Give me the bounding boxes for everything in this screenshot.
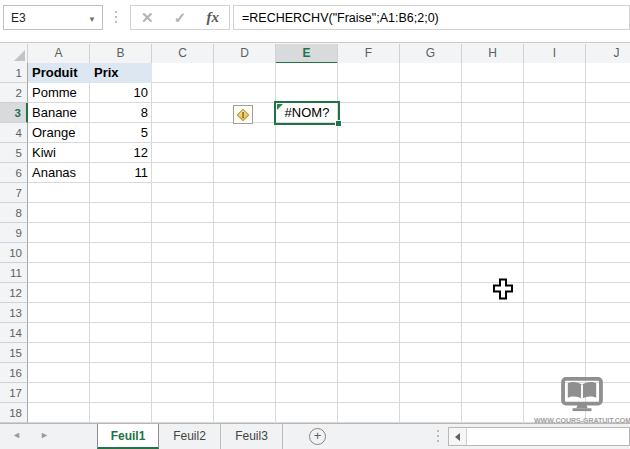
column-header-a[interactable]: A (28, 44, 90, 63)
cell-a1[interactable]: Produit (28, 63, 90, 83)
sheet-tab-bar: ◄ ► Feuil1Feuil2Feuil3 + (0, 423, 630, 449)
row-header-5[interactable]: 5 (0, 143, 28, 163)
horizontal-scrollbar[interactable] (448, 427, 630, 446)
cell-a3[interactable]: Banane (28, 103, 90, 123)
row-header-2[interactable]: 2 (0, 83, 28, 103)
row-header-11[interactable]: 11 (0, 263, 28, 283)
cell-a4[interactable]: Orange (28, 123, 90, 143)
excel-window: E3 ▼ ✕ ✓ fx =RECHERCHV("Fraise";A1:B6;2;… (0, 0, 630, 449)
cell-a6[interactable]: Ananas (28, 163, 90, 183)
scroll-left-icon (455, 433, 460, 441)
row-header-17[interactable]: 17 (0, 383, 28, 403)
cell-cursor-icon (493, 278, 513, 300)
cell-b5[interactable]: 12 (90, 143, 152, 163)
watermark-text: WWW.COURS-GRATUIT.COM (534, 417, 630, 424)
row-header-4[interactable]: 4 (0, 123, 28, 143)
row-header-10[interactable]: 10 (0, 243, 28, 263)
error-indicator-triangle-icon (277, 104, 283, 110)
row-header-7[interactable]: 7 (0, 183, 28, 203)
sheet-nav-left-icon[interactable]: ◄ (12, 430, 21, 440)
tab-feuil3[interactable]: Feuil3 (221, 424, 283, 449)
book-monitor-logo-icon (559, 377, 605, 413)
row-header-6[interactable]: 6 (0, 163, 28, 183)
new-sheet-button[interactable]: + (309, 428, 326, 445)
scroll-left-button[interactable] (449, 428, 467, 445)
row-header-15[interactable]: 15 (0, 343, 28, 363)
cell-b6[interactable]: 11 (90, 163, 152, 183)
cancel-icon[interactable]: ✕ (141, 9, 154, 27)
row-header-9[interactable]: 9 (0, 223, 28, 243)
row-header-3[interactable]: 3 (0, 103, 28, 123)
formula-input[interactable]: =RECHERCHV("Fraise";A1:B6;2;0) (233, 5, 630, 30)
tab-feuil2[interactable]: Feuil2 (159, 424, 221, 449)
column-header-j[interactable]: J (586, 44, 630, 63)
fill-handle[interactable] (335, 120, 342, 127)
row-header-12[interactable]: 12 (0, 283, 28, 303)
formula-bar: E3 ▼ ✕ ✓ fx =RECHERCHV("Fraise";A1:B6;2;… (0, 0, 630, 42)
row-header-8[interactable]: 8 (0, 203, 28, 223)
select-all-corner[interactable] (0, 44, 28, 63)
insert-function-icon[interactable]: fx (206, 9, 219, 26)
column-header-i[interactable]: I (524, 44, 586, 63)
corner-triangle-icon (14, 50, 25, 61)
tab-feuil1[interactable]: Feuil1 (97, 424, 159, 449)
column-header-f[interactable]: F (338, 44, 400, 63)
row-header-1[interactable]: 1 (0, 63, 28, 83)
name-box[interactable]: E3 ▼ (3, 5, 103, 30)
watermark: WWW.COURS-GRATUIT.COM (534, 377, 630, 424)
column-header-b[interactable]: B (90, 44, 152, 63)
cell-a2[interactable]: Pomme (28, 83, 90, 103)
column-header-d[interactable]: D (214, 44, 276, 63)
chevron-down-icon[interactable]: ▼ (88, 14, 96, 23)
selection-box (274, 101, 340, 125)
row-header-column: 123456789101112131415161718 (0, 63, 28, 423)
column-header-g[interactable]: G (400, 44, 462, 63)
formula-bar-handle (115, 11, 117, 23)
cell-b2[interactable]: 10 (90, 83, 152, 103)
formula-buttons: ✕ ✓ fx (130, 5, 230, 30)
column-header-h[interactable]: H (462, 44, 524, 63)
tabbar-resize-handle[interactable] (437, 430, 439, 442)
enter-icon[interactable]: ✓ (174, 9, 187, 27)
row-header-16[interactable]: 16 (0, 363, 28, 383)
row-header-18[interactable]: 18 (0, 403, 28, 423)
sheet-nav-right-icon[interactable]: ► (40, 430, 49, 440)
error-options-button[interactable]: ! (233, 105, 253, 124)
error-exclamation-icon: ! (242, 109, 245, 119)
cell-b3[interactable]: 8 (90, 103, 152, 123)
cell-b4[interactable]: 5 (90, 123, 152, 143)
cell-b1[interactable]: Prix (90, 63, 152, 83)
name-box-value: E3 (11, 11, 26, 25)
column-header-e[interactable]: E (276, 44, 338, 63)
column-header-row: ABCDEFGHIJ (0, 42, 630, 63)
cell-a5[interactable]: Kiwi (28, 143, 90, 163)
row-header-14[interactable]: 14 (0, 323, 28, 343)
row-header-13[interactable]: 13 (0, 303, 28, 323)
column-header-c[interactable]: C (152, 44, 214, 63)
